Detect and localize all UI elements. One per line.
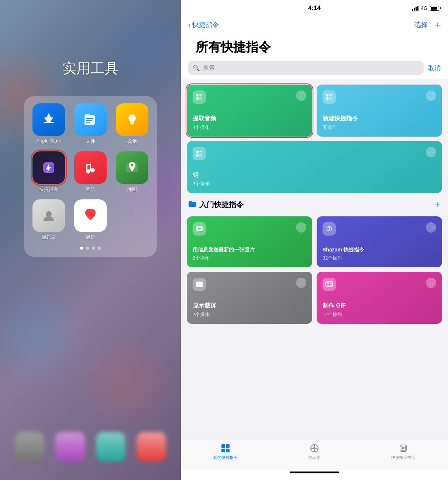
intro-card-shazam[interactable]: ··· Shazam 快捷指令 32个操作 [317, 216, 442, 267]
card-1-icon [193, 90, 206, 104]
intro-card-gif-header: ··· [323, 278, 436, 291]
tab-my-shortcuts[interactable]: 我的快捷指令 [181, 443, 270, 460]
appstore-label: Apple Store [36, 138, 61, 144]
right-panel: 4:14 4G ‹ 快捷指令 选择 + [181, 0, 448, 480]
app-item-tips[interactable]: 提示 [114, 103, 149, 145]
section-folder-icon [188, 200, 196, 209]
svg-point-1 [51, 122, 52, 123]
maps-icon[interactable] [116, 151, 148, 184]
page-title: 所有快捷指令 [188, 37, 441, 61]
svg-rect-37 [197, 282, 199, 282]
svg-rect-5 [86, 120, 92, 121]
svg-rect-15 [86, 164, 91, 165]
intro-message-more-btn[interactable]: ··· [296, 222, 306, 233]
bottom-blob-1 [15, 432, 44, 462]
intro-card-gif[interactable]: ··· 制作 GIF 12个操作 [317, 272, 442, 324]
select-button[interactable]: 选择 [414, 20, 428, 29]
music-icon[interactable] [74, 151, 107, 184]
card-2-more-btn[interactable]: ··· [426, 90, 436, 101]
health-icon[interactable] [74, 199, 107, 232]
intro-screenshot-more-btn[interactable]: ··· [296, 278, 306, 288]
card-3-more-btn[interactable]: ··· [426, 147, 436, 157]
card-1-subtitle: 4个操作 [193, 124, 306, 131]
svg-point-49 [313, 447, 316, 449]
battery-fill [431, 7, 437, 10]
tab-shortcuts-center[interactable]: 快捷指令中心 [359, 443, 448, 460]
card-3-subtitle: 3个操作 [193, 181, 436, 187]
tab-my-shortcuts-icon [220, 443, 231, 453]
svg-rect-45 [226, 444, 230, 448]
tab-automation-icon [309, 443, 320, 453]
svg-rect-25 [329, 94, 332, 96]
intro-shortcuts-grid: ··· 用信息发送最新的一张照片 2个操作 ··· [187, 216, 442, 324]
intro-shazam-title: Shazam 快捷指令 [323, 247, 436, 253]
card-2-icon [323, 90, 336, 104]
contacts-label: 通讯录 [42, 234, 56, 241]
app-item-files[interactable]: 文件 [73, 103, 108, 145]
nav-back[interactable]: ‹ 快捷指令 [188, 20, 219, 29]
dot-indicators [31, 247, 149, 250]
intro-card-screenshot-header: ··· [193, 278, 306, 291]
folder-title: 实用工具 [0, 59, 181, 78]
intro-gif-more-btn[interactable]: ··· [426, 278, 436, 288]
back-chevron-icon[interactable]: ‹ [188, 21, 191, 29]
svg-rect-8 [131, 124, 134, 125]
card-1-title: 提取音频 [193, 115, 306, 123]
tab-automation-label: 自动化 [308, 455, 320, 460]
card-1-more-btn[interactable]: ··· [296, 90, 306, 101]
app-item-contacts[interactable]: 通讯录 [31, 199, 66, 241]
svg-rect-38 [200, 282, 201, 282]
shortcut-card-2[interactable]: ··· 新建快捷指令 无操作 [317, 85, 442, 137]
svg-point-0 [45, 122, 46, 123]
back-label[interactable]: 快捷指令 [192, 20, 219, 29]
left-panel: 实用工具 Apple Store [0, 0, 181, 480]
app-item-music[interactable]: 音乐 [73, 151, 108, 193]
intro-screenshot-icon [193, 278, 206, 291]
tab-my-shortcuts-label: 我的快捷指令 [213, 455, 238, 460]
intro-shazam-more-btn[interactable]: ··· [426, 222, 436, 233]
contacts-icon[interactable] [32, 199, 65, 232]
tips-icon[interactable] [116, 103, 148, 136]
dot-3 [92, 247, 95, 250]
tab-shortcuts-center-icon [398, 443, 409, 453]
intro-message-icon [193, 222, 206, 236]
signal-bar-4 [417, 6, 418, 11]
intro-screenshot-title: 显示截屏 [193, 302, 306, 310]
intro-shazam-icon [323, 222, 336, 236]
starter-section-plus[interactable]: + [435, 199, 441, 210]
bottom-blob-4 [137, 432, 166, 462]
intro-screenshot-subtitle: 2个操作 [193, 311, 306, 318]
svg-point-17 [131, 164, 133, 167]
app-item-maps[interactable]: 地图 [114, 151, 149, 193]
app-item-appstore[interactable]: Apple Store [31, 103, 66, 145]
shortcut-card-3[interactable]: ··· 钥 3个操作 [187, 141, 442, 193]
add-button[interactable]: + [435, 20, 441, 30]
intro-gif-icon [323, 278, 336, 291]
svg-rect-26 [329, 97, 332, 100]
content-area: ··· 提取音频 4个操作 ··· [181, 79, 448, 439]
status-right: 4G [412, 5, 441, 11]
svg-rect-43 [330, 285, 332, 286]
signal-bar-3 [416, 7, 417, 11]
files-icon[interactable] [74, 103, 107, 136]
svg-rect-28 [196, 154, 199, 157]
search-icon: 🔍 [193, 65, 200, 72]
search-bar[interactable]: 🔍 搜索 [188, 61, 424, 75]
intro-card-message[interactable]: ··· 用信息发送最新的一张照片 2个操作 [187, 216, 312, 267]
search-cancel-button[interactable]: 取消 [428, 64, 441, 72]
shortcut-card-1[interactable]: ··· 提取音频 4个操作 [187, 85, 312, 137]
status-time: 4:14 [308, 4, 321, 12]
tab-bar: 我的快捷指令 自动化 快捷指令中心 [181, 439, 448, 469]
tab-shortcuts-center-label: 快捷指令中心 [391, 455, 416, 460]
tab-automation[interactable]: 自动化 [270, 443, 359, 460]
intro-card-screenshot[interactable]: ··· 显示截屏 2个操作 [187, 272, 312, 324]
app-item-shortcuts[interactable]: 快捷指令 [31, 151, 66, 193]
shortcuts-icon[interactable] [32, 151, 65, 184]
svg-rect-24 [326, 97, 328, 100]
music-label: 音乐 [86, 186, 95, 193]
appstore-icon[interactable] [32, 103, 65, 136]
intro-message-title: 用信息发送最新的一张照片 [193, 247, 306, 253]
folder-container: Apple Store 文件 [24, 96, 157, 257]
bottom-blob-3 [96, 432, 125, 462]
app-item-health[interactable]: 健康 [73, 199, 108, 241]
